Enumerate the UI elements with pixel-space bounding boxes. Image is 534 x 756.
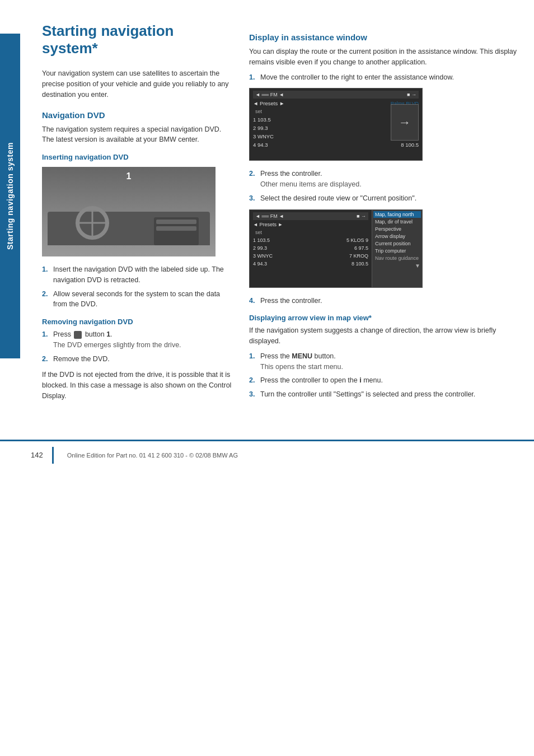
right-column: Display in assistance window You can dis… bbox=[249, 22, 517, 406]
removing-steps: 1. Press button 1. The DVD emerges sligh… bbox=[42, 329, 232, 364]
display-heading: Display in assistance window bbox=[249, 32, 517, 42]
side-tab-label: Starting navigation system bbox=[6, 142, 15, 250]
intro-text: Your navigation system can use satellite… bbox=[42, 68, 232, 100]
footer-text: Online Edition for Part no. 01 41 2 600 … bbox=[67, 452, 238, 459]
radio-header-row: ◄ ══ FM ◄ ■ → bbox=[253, 91, 419, 99]
menu-item-perspective: Perspective bbox=[373, 226, 421, 232]
device-image-inner: 1 bbox=[42, 167, 216, 256]
list-item: 2. Remove the DVD. bbox=[42, 354, 232, 365]
device-image: 1 bbox=[42, 167, 216, 256]
nav-dvd-heading: Navigation DVD bbox=[42, 110, 232, 120]
main-content: Starting navigation system* Your navigat… bbox=[31, 0, 534, 428]
list-item: 3. Turn the controller until "Settings" … bbox=[249, 389, 517, 400]
footer-divider bbox=[52, 447, 54, 464]
list-item: 1. Insert the navigation DVD with the la… bbox=[42, 264, 232, 286]
menu-item-map-dir: Map, dir of travel bbox=[373, 218, 421, 225]
arrow-box: → bbox=[391, 104, 419, 141]
menu-item-current-pos: Current position bbox=[373, 240, 421, 247]
radio-screen-2: ◄ ══ FM ◄ ■ → ◄ Presets ► set 1 103.55 K… bbox=[249, 209, 423, 288]
arrow-view-intro: If the navigation system suggests a chan… bbox=[249, 325, 517, 347]
removing-heading: Removing navigation DVD bbox=[42, 318, 232, 326]
list-item: 1. Move the controller to the right to e… bbox=[249, 72, 517, 83]
nav-dvd-body: The navigation system requires a special… bbox=[42, 124, 232, 146]
display-steps: 1. Move the controller to the right to e… bbox=[249, 72, 517, 83]
list-item: 3. Select the desired route view or "Cur… bbox=[249, 193, 517, 204]
removing-note: If the DVD is not ejected from the drive… bbox=[42, 370, 232, 401]
list-item: 2. Allow several seconds for the system … bbox=[42, 289, 232, 310]
menu-item-trip-computer: Trip computer bbox=[373, 248, 421, 254]
display-steps-2-3: 2. Press the controller. Other menu item… bbox=[249, 169, 517, 203]
arrow-right-icon: → bbox=[399, 115, 411, 130]
radio-menu-panel: Map, facing north Map, dir of travel Per… bbox=[372, 210, 422, 287]
page-title: Starting navigation system* bbox=[42, 22, 232, 57]
left-column: Starting navigation system* Your navigat… bbox=[42, 22, 232, 406]
radio-screen-1: ◄ ══ FM ◄ ■ → ◄ Presets ► Palms BLVD set… bbox=[249, 88, 423, 161]
display-intro: You can display the route or the current… bbox=[249, 46, 517, 68]
menu-item-map-north: Map, facing north bbox=[373, 211, 421, 218]
radio-screen2-left: ◄ ══ FM ◄ ■ → ◄ Presets ► set 1 103.55 K… bbox=[250, 210, 372, 287]
list-item: 4. Press the controller. bbox=[249, 296, 517, 306]
menu-item-arrow-display: Arrow display bbox=[373, 233, 421, 240]
list-item: 2. Press the controller to open the i me… bbox=[249, 375, 517, 386]
footer: 142 Online Edition for Part no. 01 41 2 … bbox=[0, 440, 534, 469]
menu-item-nav-route: Nav route guidance bbox=[373, 255, 421, 262]
list-item: 1. Press the MENU button. This opens the… bbox=[249, 351, 517, 372]
inserting-steps: 1. Insert the navigation DVD with the la… bbox=[42, 264, 232, 310]
list-item: 1. Press button 1. The DVD emerges sligh… bbox=[42, 329, 232, 351]
page-number: 142 bbox=[31, 451, 43, 459]
side-tab: Starting navigation system bbox=[0, 34, 20, 358]
list-item: 2. Press the controller. Other menu item… bbox=[249, 169, 517, 190]
scroll-arrow: ▼ bbox=[373, 262, 421, 269]
display-step-4: 4. Press the controller. bbox=[249, 296, 517, 306]
inserting-heading: Inserting navigation DVD bbox=[42, 153, 232, 161]
arrow-view-steps: 1. Press the MENU button. This opens the… bbox=[249, 351, 517, 400]
arrow-view-heading: Displaying arrow view in map view* bbox=[249, 314, 517, 322]
